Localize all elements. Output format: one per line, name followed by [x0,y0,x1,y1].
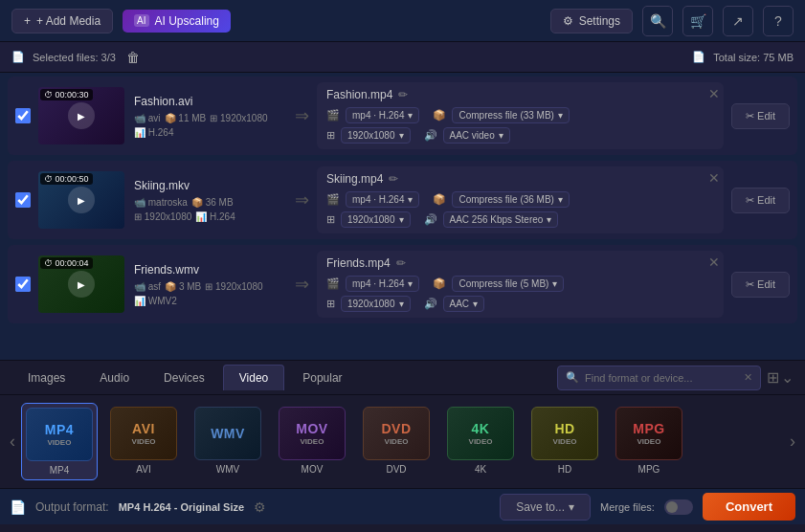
output-format-icon-skiing: 🎬 [326,193,340,206]
output-format-icon-fashion: 🎬 [326,109,340,122]
format-item-avi[interactable]: AVI VIDEO AVI [105,403,182,480]
edit-button-skiing[interactable]: ✂ Edit [731,188,790,213]
save-to-label: Save to... [516,500,565,514]
file-checkbox-skiing[interactable] [15,192,31,208]
formats-prev-button[interactable]: ‹ [4,432,21,452]
total-size-icon: 📄 [692,51,705,63]
file-icon: 📄 [11,51,25,63]
add-media-button[interactable]: + + Add Media [11,9,113,33]
resolution-select-friends[interactable]: 1920x1080 ▾ [341,296,411,312]
format-sub-mov: VIDEO [296,437,327,446]
meta-resolution-skiing: ⊞ 1920x1080 [134,211,191,222]
format-label-mpg: MPG [638,464,660,475]
save-to-button[interactable]: Save to... ▾ [500,494,591,521]
settings-icon: ⚙ [563,14,573,28]
edit-button-friends[interactable]: ✂ Edit [731,272,790,298]
output-format-select-skiing[interactable]: mp4 · H.264 ▾ [346,191,419,208]
search-button[interactable]: 🔍 [642,6,673,36]
format-sub-4k: VIDEO [469,437,493,446]
edit-button-fashion[interactable]: ✂ Edit [731,103,790,129]
meta-size-skiing: 📦 36 MB [191,197,234,208]
cart-button[interactable]: 🛒 [682,6,713,36]
tab-video[interactable]: Video [223,365,284,390]
format-name-wmv: WMV [211,426,245,441]
output-name-fashion: Fashion.mp4 ✏ [326,88,714,101]
expand-formats-button[interactable]: ⌄ [781,368,794,387]
format-item-4k[interactable]: 4K VIDEO 4K [442,403,519,480]
ai-upscaling-button[interactable]: AI AI Upscaling [123,10,231,33]
resolution-select-fashion[interactable]: 1920x1080 ▾ [341,127,411,144]
thumbnail-friends[interactable]: ▶ ⏱ 00:00:04 [38,255,124,313]
edit-name-icon-fashion[interactable]: ✏ [398,88,408,101]
file-name-skiing: Skiing.mkv [134,179,278,192]
resolution-select-skiing[interactable]: 1920x1080 ▾ [341,211,411,228]
tab-popular[interactable]: Popular [286,365,358,391]
output-rows-fashion: 🎬 mp4 · H.264 ▾ 📦 Compress file (33 MB) … [326,107,714,144]
add-format-button[interactable]: ⊞ [767,368,779,387]
output-file-icon: 📄 [10,499,26,515]
tab-devices[interactable]: Devices [147,365,221,391]
help-button[interactable]: ? [763,6,794,36]
format-sub-mp4: VIDEO [45,438,74,447]
format-item-mp4[interactable]: MP4 VIDEO MP4 [21,403,98,480]
audio-select-fashion[interactable]: AAC video ▾ [443,127,510,144]
toolbar: + + Add Media AI AI Upscaling ⚙ Settings… [0,0,805,42]
convert-arrow-friends: ⇒ [295,274,309,295]
format-item-wmv[interactable]: WMV WMV [190,403,266,480]
search-icon: 🔍 [650,13,666,29]
edit-name-icon-friends[interactable]: ✏ [396,256,406,270]
format-name-dvd: DVD [381,421,411,436]
remove-file-skiing[interactable]: ✕ [708,170,720,186]
file-checkbox-friends[interactable] [15,277,31,292]
settings-button[interactable]: ⚙ Settings [550,9,633,33]
format-item-mov[interactable]: MOV VIDEO MOV [274,403,350,480]
thumb-duration-friends: ⏱ 00:00:04 [40,257,93,269]
merge-files-label: Merge files: [600,501,655,513]
output-format-select-fashion[interactable]: mp4 · H.264 ▾ [346,107,419,123]
audio-icon-friends: 🔊 [424,298,437,310]
delete-selected-button[interactable]: 🗑 [123,48,143,67]
clear-search-icon[interactable]: ✕ [744,371,752,384]
formats-next-button[interactable]: › [784,432,801,452]
merge-toggle[interactable] [664,499,693,515]
thumbnail-skiing[interactable]: ▶ ⏱ 00:00:50 [38,171,124,229]
res-icon-friends: ⊞ [326,298,335,310]
edit-name-icon-skiing[interactable]: ✏ [389,172,398,186]
output-settings-button[interactable]: ⚙ [254,499,266,515]
file-info-fashion: Fashion.avi 📹 avi 📦 11 MB ⊞ 1920x1080 📊 … [134,95,278,138]
audio-select-skiing[interactable]: AAC 256 Kbps Stereo ▾ [443,211,559,228]
format-item-mpg[interactable]: MPG VIDEO MPG [611,403,687,480]
tab-images[interactable]: Images [11,365,81,391]
settings-label: Settings [579,14,620,28]
format-item-dvd[interactable]: DVD VIDEO DVD [358,403,435,480]
file-row-friends: ▶ ⏱ 00:00:04 Friends.wmv 📹 asf 📦 3 MB ⊞ … [8,245,797,323]
meta-format-fashion: 📹 avi [134,113,161,123]
thumbnail-fashion[interactable]: ▶ ⏱ 00:00:30 [38,87,124,144]
format-sub-mpg: VIDEO [633,437,664,446]
compress-select-skiing[interactable]: Compress file (36 MB) ▾ [452,191,569,208]
output-row-res-friends: ⊞ 1920x1080 ▾ 🔊 AAC ▾ [326,296,714,312]
format-sub-dvd: VIDEO [381,437,411,446]
output-format-select-friends[interactable]: mp4 · H.264 ▾ [346,276,419,292]
share-button[interactable]: ↗ [723,6,753,36]
file-checkbox-fashion[interactable] [15,108,31,123]
share-icon: ↗ [732,13,744,29]
tab-audio[interactable]: Audio [83,365,145,391]
compress-select-friends[interactable]: Compress file (5 MB) ▾ [452,276,564,292]
res-icon-fashion: ⊞ [326,129,335,142]
file-meta-friends: 📹 asf 📦 3 MB ⊞ 1920x1080 📊 WMV2 [134,281,278,306]
compress-select-fashion[interactable]: Compress file (33 MB) ▾ [452,107,569,123]
meta-size-friends: 📦 3 MB [165,281,201,292]
format-icon-dvd: DVD VIDEO [363,407,430,460]
output-format-value: MP4 H.264 - Original Size [119,501,244,513]
remove-file-fashion[interactable]: ✕ [708,86,720,101]
format-sub-avi: VIDEO [132,437,156,446]
remove-file-friends[interactable]: ✕ [708,255,720,270]
total-size-label: Total size: 75 MB [713,52,794,63]
save-dropdown-icon: ▾ [569,500,574,514]
file-name-friends: Friends.wmv [134,263,278,277]
audio-select-friends[interactable]: AAC ▾ [443,296,485,312]
format-item-hd[interactable]: HD VIDEO HD [526,403,603,480]
format-search-input[interactable] [585,372,738,384]
convert-button[interactable]: Convert [703,493,795,521]
